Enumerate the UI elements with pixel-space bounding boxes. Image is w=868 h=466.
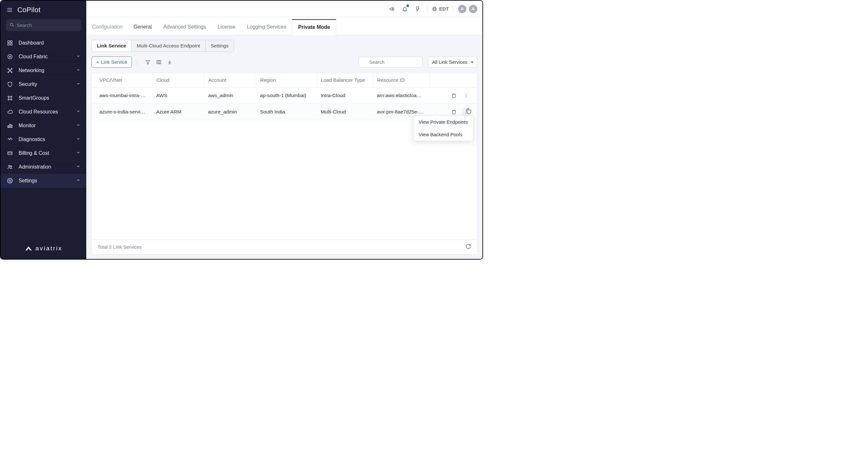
row-actions-popover: View Private Endpoints View Backend Pool… <box>413 115 473 141</box>
tab-general[interactable]: General <box>128 19 157 35</box>
sidebar-item-label: Diagnostics <box>19 136 45 142</box>
chevron-down-icon <box>76 81 81 87</box>
divider <box>453 5 454 13</box>
segment-group: Link Service Multi-Cloud Access Endpoint… <box>91 40 234 52</box>
toolbar: + Link Service All Link Services <box>91 57 477 68</box>
sidebar-item-cloud-resources[interactable]: Cloud Resources <box>1 105 86 119</box>
col-cloud[interactable]: Cloud <box>152 73 204 88</box>
filter-dropdown[interactable]: All Link Services <box>428 57 477 68</box>
sidebar-footer-brand: aviatrix <box>1 239 86 259</box>
cell-cloud: AWS <box>152 88 204 104</box>
dashboard-icon <box>6 40 13 46</box>
content-area: Link Service Multi-Cloud Access Endpoint… <box>86 35 483 259</box>
svg-marker-35 <box>146 60 150 64</box>
svg-rect-36 <box>157 60 161 64</box>
tab-logging-services[interactable]: Logging Services <box>241 19 292 35</box>
delete-icon[interactable] <box>450 92 458 99</box>
divider <box>427 5 428 13</box>
svg-rect-22 <box>10 124 10 128</box>
fabric-icon <box>6 54 13 60</box>
tab-private-mode[interactable]: Private Mode <box>292 19 336 35</box>
col-lbtype[interactable]: Load Balancer Type <box>317 73 373 88</box>
col-actions <box>430 73 477 88</box>
segment-multi-cloud-endpoint[interactable]: Multi-Cloud Access Endpoint <box>131 40 205 52</box>
sidebar-item-administration[interactable]: Administration <box>1 160 86 174</box>
sidebar-item-cloud-fabric[interactable]: Cloud Fabric <box>1 50 86 64</box>
sidebar-item-monitor[interactable]: Monitor <box>1 119 86 133</box>
admin-icon <box>6 164 13 170</box>
sidebar-item-label: Settings <box>19 178 37 184</box>
notification-badge <box>406 4 409 7</box>
tasks-icon[interactable] <box>412 4 423 14</box>
sidebar-item-networking[interactable]: Networking <box>1 64 86 77</box>
tab-license[interactable]: License <box>212 19 241 35</box>
svg-rect-21 <box>8 126 9 128</box>
popover-view-private-endpoints[interactable]: View Private Endpoints <box>413 116 473 128</box>
sidebar-item-label: Billing & Cost <box>19 150 49 156</box>
chevron-down-icon <box>76 68 81 73</box>
notifications-icon[interactable] <box>400 4 410 14</box>
table-search-input[interactable] <box>359 57 423 68</box>
svg-line-16 <box>9 69 10 70</box>
col-vpc[interactable]: VPC/VNet <box>92 73 152 88</box>
svg-line-31 <box>394 10 394 11</box>
col-region[interactable]: Region <box>256 73 317 88</box>
sidebar-item-dashboard[interactable]: Dashboard <box>1 36 86 50</box>
announcements-icon[interactable] <box>387 4 397 14</box>
search-icon <box>10 23 14 27</box>
main: EDT A A Configuration General Advanced S… <box>86 1 483 259</box>
sidebar-item-billing[interactable]: Billing & Cost <box>1 146 86 160</box>
filter-icon[interactable] <box>143 57 153 68</box>
svg-point-26 <box>9 165 10 167</box>
segment-link-service[interactable]: Link Service <box>92 40 131 52</box>
cursor-pointer-icon <box>466 107 472 115</box>
refresh-icon[interactable] <box>465 243 471 250</box>
sidebar-item-label: Cloud Resources <box>19 109 58 115</box>
sidebar-item-label: Administration <box>19 164 51 170</box>
sidebar-item-diagnostics[interactable]: Diagnostics <box>1 133 86 146</box>
columns-icon[interactable] <box>153 57 164 68</box>
cell-account: azure_admin <box>204 104 256 120</box>
table-row[interactable]: aws-mumbai-intra-… AWS aws_admin ap-sout… <box>92 88 477 104</box>
svg-point-28 <box>9 180 11 182</box>
segment-settings[interactable]: Settings <box>206 40 234 52</box>
svg-point-11 <box>8 68 9 69</box>
gear-icon <box>6 178 13 184</box>
sidebar-nav: Dashboard Cloud Fabric Networking Securi… <box>1 35 86 188</box>
svg-point-9 <box>9 56 11 58</box>
sidebar-item-smartgroups[interactable]: SmartGroups <box>1 91 86 105</box>
svg-rect-5 <box>8 41 9 42</box>
more-menu-icon[interactable] <box>462 92 470 99</box>
svg-point-27 <box>10 166 12 167</box>
cell-resid: arn:aws:elasticloa… <box>373 88 429 104</box>
svg-point-43 <box>466 95 466 96</box>
timezone-selector[interactable]: EDT <box>432 6 449 11</box>
col-resid[interactable]: Resource ID <box>373 73 429 88</box>
delete-icon[interactable] <box>450 108 458 116</box>
avatar-org[interactable]: A <box>458 5 466 13</box>
cell-region: South India <box>256 104 317 120</box>
cell-cloud: Azure ARM <box>152 104 204 120</box>
aviatrix-logo-icon <box>24 245 33 251</box>
cell-account: aws_admin <box>204 88 256 104</box>
svg-point-14 <box>11 72 12 73</box>
download-icon[interactable] <box>164 57 175 68</box>
svg-line-29 <box>394 7 394 7</box>
collapse-sidebar-icon[interactable] <box>6 7 13 13</box>
table-footer: Total 2 Link Services <box>92 239 477 254</box>
sidebar-item-security[interactable]: Security <box>1 77 86 91</box>
sidebar: CoPilot Dashboard Cloud Fabric Networkin… <box>1 1 86 259</box>
add-link-service-button[interactable]: + Link Service <box>91 57 132 68</box>
avatar-user[interactable]: A <box>469 5 477 13</box>
sidebar-item-settings[interactable]: Settings <box>1 174 86 188</box>
sidebar-search-input[interactable] <box>6 19 81 31</box>
tab-advanced-settings[interactable]: Advanced Settings <box>157 19 212 35</box>
sidebar-item-label: SmartGroups <box>19 95 49 101</box>
popover-view-backend-pools[interactable]: View Backend Pools <box>413 128 473 141</box>
svg-point-3 <box>10 23 13 26</box>
chevron-down-icon <box>76 109 81 115</box>
svg-line-4 <box>13 26 14 27</box>
col-account[interactable]: Account <box>204 73 256 88</box>
table-footer-text: Total 2 Link Services <box>97 244 142 249</box>
monitor-icon <box>6 123 13 129</box>
